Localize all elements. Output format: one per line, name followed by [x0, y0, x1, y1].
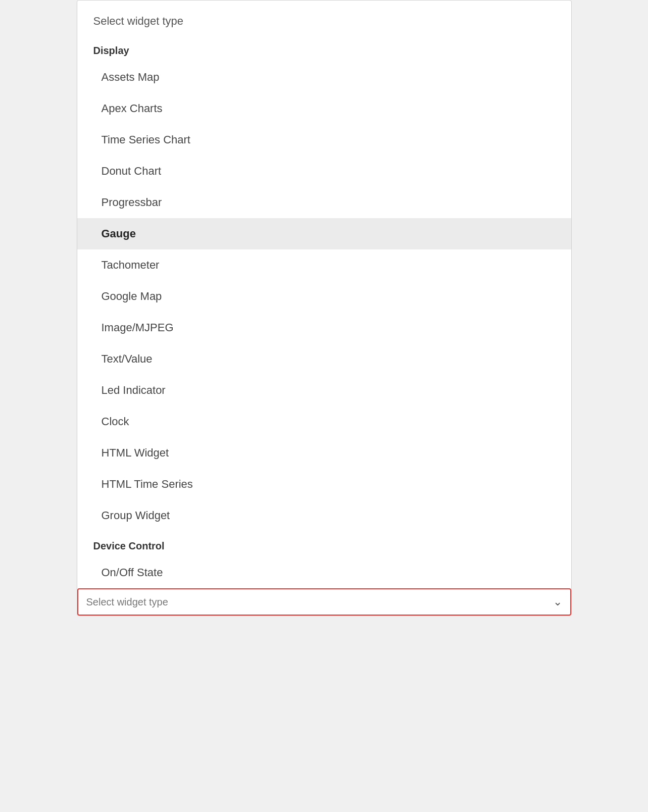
list-item-tachometer[interactable]: Tachometer [77, 249, 571, 281]
widget-type-select-footer[interactable]: Select widget type ⌄ [77, 588, 571, 616]
section-header-display: Display [77, 36, 571, 62]
list-item-gauge[interactable]: Gauge [77, 218, 571, 249]
widget-type-modal: Select widget type Display Assets Map Ap… [77, 0, 572, 616]
list-item-assets-map[interactable]: Assets Map [77, 62, 571, 93]
list-item-progressbar[interactable]: Progressbar [77, 187, 571, 218]
modal-title: Select widget type [93, 15, 184, 27]
list-item-group-widget[interactable]: Group Widget [77, 500, 571, 531]
list-item-text-value[interactable]: Text/Value [77, 343, 571, 375]
section-header-device-control: Device Control [77, 531, 571, 557]
list-item-led-indicator[interactable]: Led Indicator [77, 375, 571, 406]
chevron-down-icon: ⌄ [553, 595, 562, 608]
list-item-html-widget[interactable]: HTML Widget [77, 437, 571, 469]
list-item-image-mjpeg[interactable]: Image/MJPEG [77, 312, 571, 343]
list-item-google-map[interactable]: Google Map [77, 281, 571, 312]
list-item-on-off-state[interactable]: On/Off State [77, 557, 571, 588]
list-item-time-series-chart[interactable]: Time Series Chart [77, 124, 571, 156]
widget-list: Display Assets Map Apex Charts Time Seri… [77, 36, 571, 588]
list-item-apex-charts[interactable]: Apex Charts [77, 93, 571, 124]
list-item-donut-chart[interactable]: Donut Chart [77, 156, 571, 187]
list-item-html-time-series[interactable]: HTML Time Series [77, 469, 571, 500]
modal-header: Select widget type [77, 1, 571, 36]
list-item-clock[interactable]: Clock [77, 406, 571, 437]
footer-placeholder-text: Select widget type [86, 596, 168, 608]
